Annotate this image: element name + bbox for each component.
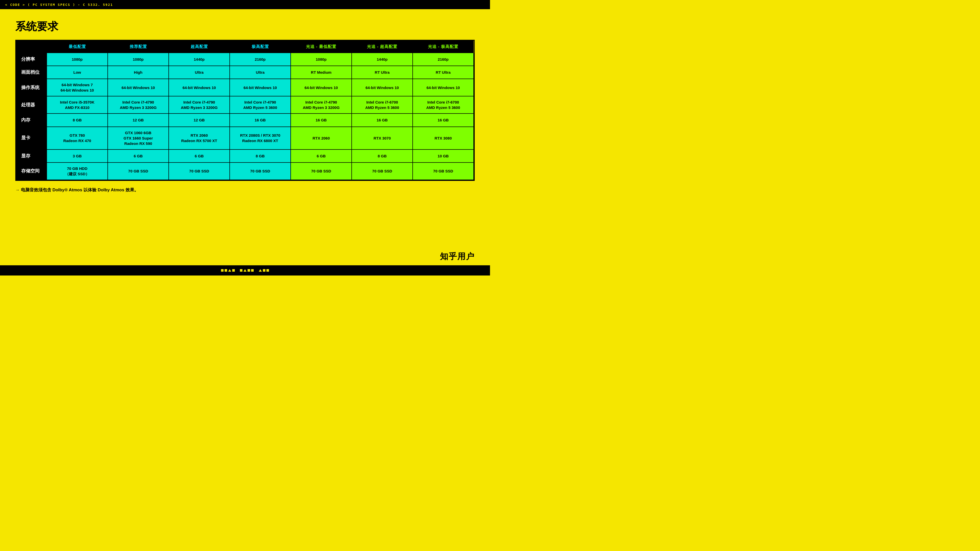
cell-3-2: Intel Core i7-4790 AMD Ryzen 3 3200G: [169, 96, 230, 114]
header-extreme: 极高配置: [230, 41, 291, 53]
cell-4-6: 16 GB: [413, 114, 474, 127]
cell-1-2: Ultra: [169, 66, 230, 79]
bottom-square-1: [221, 269, 224, 272]
cell-4-0: 8 GB: [47, 114, 108, 127]
cell-1-6: RT Ultra: [413, 66, 474, 79]
top-bar: < CODE > ( PC SYSTEM SPECS ) - C 5332. 5…: [0, 0, 490, 9]
cell-4-2: 12 GB: [169, 114, 230, 127]
table-row: 分辨率1080p1080p1440p2160p1080p1440p2160p: [16, 53, 474, 66]
header-rt-min: 光追 - 最低配置: [291, 41, 352, 53]
cell-5-0: GTX 780 Radeon RX 470: [47, 127, 108, 149]
cell-3-1: Intel Core i7-4790 AMD Ryzen 3 3200G: [108, 96, 169, 114]
cell-5-3: RTX 2080S / RTX 3070 Radeon RX 6800 XT: [230, 127, 291, 149]
table-row: 操作系统64-bit Windows 7 64-bit Windows 1064…: [16, 79, 474, 96]
bottom-icon-group-2: [240, 269, 254, 272]
cell-7-6: 70 GB SSD: [413, 162, 474, 180]
cell-0-6: 2160p: [413, 53, 474, 66]
cell-7-3: 70 GB SSD: [230, 162, 291, 180]
bottom-square-8: [266, 269, 269, 272]
cell-2-1: 64-bit Windows 10: [108, 79, 169, 96]
cell-4-1: 12 GB: [108, 114, 169, 127]
cell-6-5: 8 GB: [352, 149, 413, 162]
cell-7-0: 70 GB HDD （建议 SSD）: [47, 162, 108, 180]
header-min: 最低配置: [47, 41, 108, 53]
bottom-tri-3: [259, 269, 262, 272]
cell-7-2: 70 GB SSD: [169, 162, 230, 180]
footer-note: → 电脑音效须包含 Dolby® Atmos 以体验 Dolby Atmos 效…: [15, 187, 475, 193]
cell-7-4: 70 GB SSD: [291, 162, 352, 180]
cell-1-3: Ultra: [230, 66, 291, 79]
corner-br: [470, 176, 476, 182]
cell-7-5: 70 GB SSD: [352, 162, 413, 180]
footer-note-text: → 电脑音效须包含 Dolby® Atmos 以体验 Dolby Atmos 效…: [15, 187, 138, 193]
cell-6-3: 8 GB: [230, 149, 291, 162]
specs-table: 最低配置 推荐配置 超高配置 极高配置 光追 - 最低配置 光追 - 超高配置 …: [16, 41, 474, 180]
bottom-square-6: [251, 269, 254, 272]
row-label-6: 显存: [16, 149, 47, 162]
corner-tr: [470, 39, 476, 44]
cell-5-4: RTX 2060: [291, 127, 352, 149]
cell-0-1: 1080p: [108, 53, 169, 66]
cell-7-1: 70 GB SSD: [108, 162, 169, 180]
cell-3-4: Intel Core i7-4790 AMD Ryzen 3 3200G: [291, 96, 352, 114]
cell-5-6: RTX 3080: [413, 127, 474, 149]
table-row: 画面档位LowHighUltraUltraRT MediumRT UltraRT…: [16, 66, 474, 79]
top-bar-text: < CODE > ( PC SYSTEM SPECS ) - C 5332. 5…: [5, 3, 113, 6]
cell-2-6: 64-bit Windows 10: [413, 79, 474, 96]
row-label-5: 显卡: [16, 127, 47, 149]
bottom-tri-1: [228, 269, 231, 272]
header-rt-ultra: 光追 - 超高配置: [352, 41, 413, 53]
table-row: 处理器Intel Core i5-3570K AMD FX-8310Intel …: [16, 96, 474, 114]
row-label-0: 分辨率: [16, 53, 47, 66]
table-row: 显卡GTX 780 Radeon RX 470GTX 1060 6GB GTX …: [16, 127, 474, 149]
cell-6-1: 6 GB: [108, 149, 169, 162]
bottom-tri-2: [243, 269, 247, 272]
cell-2-2: 64-bit Windows 10: [169, 79, 230, 96]
header-ultra: 超高配置: [169, 41, 230, 53]
cell-1-1: High: [108, 66, 169, 79]
specs-table-wrapper: 最低配置 推荐配置 超高配置 极高配置 光追 - 最低配置 光追 - 超高配置 …: [15, 40, 475, 181]
cell-3-5: Intel Core i7-6700 AMD Ryzen 5 3600: [352, 96, 413, 114]
cell-5-2: RTX 2060 Radeon RX 5700 XT: [169, 127, 230, 149]
cell-0-5: 1440p: [352, 53, 413, 66]
cell-4-5: 16 GB: [352, 114, 413, 127]
main-content: 系统要求 最低配置 推荐配置 超高配置 极高配置 光追 - 最低配置 光追 - …: [0, 9, 490, 265]
cell-2-0: 64-bit Windows 7 64-bit Windows 10: [47, 79, 108, 96]
cell-3-6: Intel Core i7-6700 AMD Ryzen 5 3600: [413, 96, 474, 114]
table-row: 显存3 GB6 GB6 GB8 GB6 GB8 GB10 GB: [16, 149, 474, 162]
watermark: 知乎用户: [440, 251, 475, 262]
cell-6-4: 6 GB: [291, 149, 352, 162]
cell-1-0: Low: [47, 66, 108, 79]
bottom-square-2: [224, 269, 227, 272]
cell-5-1: GTX 1060 6GB GTX 1660 Super Radeon RX 59…: [108, 127, 169, 149]
table-header-row: 最低配置 推荐配置 超高配置 极高配置 光追 - 最低配置 光追 - 超高配置 …: [16, 41, 474, 53]
corner-tl: [14, 39, 20, 44]
row-label-4: 内存: [16, 114, 47, 127]
cell-6-0: 3 GB: [47, 149, 108, 162]
bottom-square-7: [263, 269, 266, 272]
table-row: 存储空间70 GB HDD （建议 SSD）70 GB SSD70 GB SSD…: [16, 162, 474, 180]
cell-6-2: 6 GB: [169, 149, 230, 162]
cell-2-4: 64-bit Windows 10: [291, 79, 352, 96]
cell-2-3: 64-bit Windows 10: [230, 79, 291, 96]
cell-1-5: RT Ultra: [352, 66, 413, 79]
row-label-3: 处理器: [16, 96, 47, 114]
page-title: 系统要求: [15, 19, 475, 34]
cell-0-0: 1080p: [47, 53, 108, 66]
bottom-bar: [0, 265, 490, 275]
cell-5-5: RTX 3070: [352, 127, 413, 149]
cell-3-3: Intel Core i7-4790 AMD Ryzen 5 3600: [230, 96, 291, 114]
cell-6-6: 10 GB: [413, 149, 474, 162]
bottom-decorations: [5, 269, 485, 272]
corner-bl: [14, 176, 20, 182]
cell-1-4: RT Medium: [291, 66, 352, 79]
bottom-bar-inner: [0, 265, 490, 275]
row-label-1: 画面档位: [16, 66, 47, 79]
bottom-square-3: [232, 269, 235, 272]
bottom-square-5: [248, 269, 250, 272]
table-row: 内存8 GB12 GB12 GB16 GB16 GB16 GB16 GB: [16, 114, 474, 127]
cell-0-2: 1440p: [169, 53, 230, 66]
bottom-square-4: [240, 269, 242, 272]
cell-0-3: 2160p: [230, 53, 291, 66]
header-recommended: 推荐配置: [108, 41, 169, 53]
